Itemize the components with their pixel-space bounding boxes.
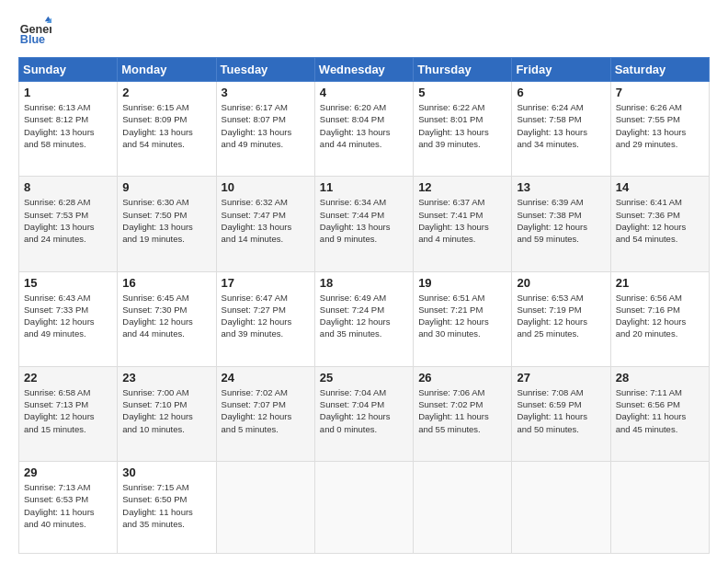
day-content: Sunrise: 6:41 AM Sunset: 7:36 PM Dayligh… [616,196,704,245]
weekday-header: Sunday [19,58,118,82]
calendar-week-row: 15Sunrise: 6:43 AM Sunset: 7:33 PM Dayli… [19,271,710,366]
day-content: Sunrise: 6:24 AM Sunset: 7:58 PM Dayligh… [517,101,605,150]
day-number: 12 [418,180,506,194]
calendar-header-row: SundayMondayTuesdayWednesdayThursdayFrid… [19,58,710,82]
calendar-cell: 2Sunrise: 6:15 AM Sunset: 8:09 PM Daylig… [118,82,216,177]
calendar-cell: 3Sunrise: 6:17 AM Sunset: 8:07 PM Daylig… [216,82,314,177]
day-number: 17 [222,276,310,290]
calendar-cell: 18Sunrise: 6:49 AM Sunset: 7:24 PM Dayli… [314,271,413,366]
day-content: Sunrise: 6:17 AM Sunset: 8:07 PM Dayligh… [222,101,310,150]
day-number: 16 [122,276,210,290]
svg-text:Blue: Blue [20,33,45,46]
day-number: 6 [517,86,605,99]
day-number: 21 [616,276,704,290]
calendar-cell: 27Sunrise: 7:08 AM Sunset: 6:59 PM Dayli… [512,366,610,461]
day-content: Sunrise: 6:51 AM Sunset: 7:21 PM Dayligh… [418,292,506,340]
day-content: Sunrise: 6:53 AM Sunset: 7:19 PM Dayligh… [517,292,605,340]
day-number: 3 [222,86,310,99]
day-number: 10 [222,180,310,194]
day-number: 22 [24,371,112,385]
calendar-cell: 6Sunrise: 6:24 AM Sunset: 7:58 PM Daylig… [512,82,610,177]
day-content: Sunrise: 7:04 AM Sunset: 7:04 PM Dayligh… [320,386,408,435]
day-content: Sunrise: 7:00 AM Sunset: 7:10 PM Dayligh… [122,386,210,435]
calendar-cell [216,462,314,554]
day-number: 1 [24,86,112,99]
logo: General Blue [18,15,51,48]
calendar-cell: 16Sunrise: 6:45 AM Sunset: 7:30 PM Dayli… [118,271,216,366]
day-number: 4 [320,86,408,99]
day-content: Sunrise: 7:06 AM Sunset: 7:02 PM Dayligh… [418,386,506,435]
calendar-cell [414,462,512,554]
day-number: 28 [616,371,704,385]
weekday-header: Thursday [414,58,512,82]
calendar-cell: 8Sunrise: 6:28 AM Sunset: 7:53 PM Daylig… [19,177,118,271]
day-number: 11 [320,180,408,194]
calendar-cell: 29Sunrise: 7:13 AM Sunset: 6:53 PM Dayli… [19,462,118,554]
day-number: 27 [517,371,605,385]
calendar-cell: 30Sunrise: 7:15 AM Sunset: 6:50 PM Dayli… [118,462,216,554]
day-content: Sunrise: 6:37 AM Sunset: 7:41 PM Dayligh… [418,196,506,245]
header: General Blue [18,15,710,48]
calendar-cell: 9Sunrise: 6:30 AM Sunset: 7:50 PM Daylig… [118,177,216,271]
day-content: Sunrise: 6:32 AM Sunset: 7:47 PM Dayligh… [222,196,310,245]
day-number: 5 [418,86,506,99]
day-content: Sunrise: 7:15 AM Sunset: 6:50 PM Dayligh… [122,481,210,530]
day-number: 25 [320,371,408,385]
day-content: Sunrise: 6:45 AM Sunset: 7:30 PM Dayligh… [122,292,210,340]
calendar-cell: 17Sunrise: 6:47 AM Sunset: 7:27 PM Dayli… [216,271,314,366]
calendar-cell: 21Sunrise: 6:56 AM Sunset: 7:16 PM Dayli… [610,271,709,366]
day-number: 26 [418,371,506,385]
weekday-header: Saturday [610,58,709,82]
weekday-header: Monday [118,58,216,82]
calendar-cell: 15Sunrise: 6:43 AM Sunset: 7:33 PM Dayli… [19,271,118,366]
calendar-cell [314,462,413,554]
day-content: Sunrise: 7:11 AM Sunset: 6:56 PM Dayligh… [616,386,704,435]
day-number: 15 [24,276,112,290]
day-number: 18 [320,276,408,290]
day-number: 24 [222,371,310,385]
weekday-header: Friday [512,58,610,82]
day-number: 14 [616,180,704,194]
day-number: 8 [24,180,112,194]
calendar-week-row: 1Sunrise: 6:13 AM Sunset: 8:12 PM Daylig… [19,82,710,177]
calendar-cell: 10Sunrise: 6:32 AM Sunset: 7:47 PM Dayli… [216,177,314,271]
calendar-cell: 28Sunrise: 7:11 AM Sunset: 6:56 PM Dayli… [610,366,709,461]
day-content: Sunrise: 6:22 AM Sunset: 8:01 PM Dayligh… [418,101,506,150]
calendar-cell: 22Sunrise: 6:58 AM Sunset: 7:13 PM Dayli… [19,366,118,461]
calendar-cell: 12Sunrise: 6:37 AM Sunset: 7:41 PM Dayli… [414,177,512,271]
day-content: Sunrise: 6:49 AM Sunset: 7:24 PM Dayligh… [320,292,408,340]
calendar-week-row: 29Sunrise: 7:13 AM Sunset: 6:53 PM Dayli… [19,462,710,554]
weekday-header: Wednesday [314,58,413,82]
day-content: Sunrise: 7:02 AM Sunset: 7:07 PM Dayligh… [222,386,310,435]
day-content: Sunrise: 6:20 AM Sunset: 8:04 PM Dayligh… [320,101,408,150]
calendar-cell [512,462,610,554]
page: General Blue SundayMondayTuesdayWednesda… [0,0,728,563]
day-content: Sunrise: 6:43 AM Sunset: 7:33 PM Dayligh… [24,292,112,340]
calendar-cell: 19Sunrise: 6:51 AM Sunset: 7:21 PM Dayli… [414,271,512,366]
day-number: 2 [122,86,210,99]
weekday-header: Tuesday [216,58,314,82]
calendar-cell: 23Sunrise: 7:00 AM Sunset: 7:10 PM Dayli… [118,366,216,461]
calendar-cell: 20Sunrise: 6:53 AM Sunset: 7:19 PM Dayli… [512,271,610,366]
day-content: Sunrise: 7:13 AM Sunset: 6:53 PM Dayligh… [24,481,112,530]
day-content: Sunrise: 6:28 AM Sunset: 7:53 PM Dayligh… [24,196,112,245]
day-number: 13 [517,180,605,194]
day-content: Sunrise: 6:39 AM Sunset: 7:38 PM Dayligh… [517,196,605,245]
day-number: 7 [616,86,704,99]
logo-icon: General Blue [18,15,51,48]
day-number: 23 [122,371,210,385]
calendar-cell: 14Sunrise: 6:41 AM Sunset: 7:36 PM Dayli… [610,177,709,271]
day-number: 29 [24,465,112,479]
day-content: Sunrise: 6:34 AM Sunset: 7:44 PM Dayligh… [320,196,408,245]
day-content: Sunrise: 6:15 AM Sunset: 8:09 PM Dayligh… [122,101,210,150]
day-content: Sunrise: 6:58 AM Sunset: 7:13 PM Dayligh… [24,386,112,435]
calendar-cell: 25Sunrise: 7:04 AM Sunset: 7:04 PM Dayli… [314,366,413,461]
day-content: Sunrise: 6:30 AM Sunset: 7:50 PM Dayligh… [122,196,210,245]
day-content: Sunrise: 6:13 AM Sunset: 8:12 PM Dayligh… [24,101,112,150]
day-number: 9 [122,180,210,194]
calendar-week-row: 22Sunrise: 6:58 AM Sunset: 7:13 PM Dayli… [19,366,710,461]
calendar-table: SundayMondayTuesdayWednesdayThursdayFrid… [18,57,710,554]
day-content: Sunrise: 7:08 AM Sunset: 6:59 PM Dayligh… [517,386,605,435]
day-content: Sunrise: 6:56 AM Sunset: 7:16 PM Dayligh… [616,292,704,340]
calendar-cell: 4Sunrise: 6:20 AM Sunset: 8:04 PM Daylig… [314,82,413,177]
